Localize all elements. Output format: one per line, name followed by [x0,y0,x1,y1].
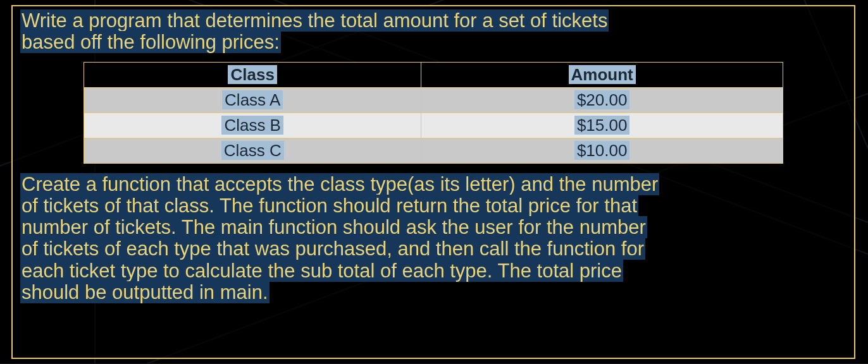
body-line: of tickets of each type that was purchas… [20,238,645,260]
problem-box: Write a program that determines the tota… [11,5,855,359]
body-line: each ticket type to calculate the sub to… [20,260,623,282]
intro-line1: Write a program that determines the tota… [20,9,609,32]
body-line: number of tickets. The main function sho… [20,216,647,238]
cell-class: Class B [221,116,283,135]
table-row: Class C $10.00 [84,138,783,164]
price-table: Class Amount Class A $20.00 Class B $15.… [84,62,783,164]
table-row: Class Amount [84,63,783,88]
table-row: Class A $20.00 [84,88,783,113]
table-row: Class B $15.00 [84,113,783,138]
cell-amount: $20.00 [574,90,630,109]
intro-line2: based off the following prices: [20,31,281,53]
header-amount: Amount [569,65,636,84]
intro-text: Write a program that determines the tota… [20,10,846,53]
body-line: Create a function that accepts the class… [20,173,659,195]
cell-amount: $10.00 [574,141,630,160]
price-table-wrap: Class Amount Class A $20.00 Class B $15.… [20,62,846,170]
body-line: of tickets of that class. The function s… [20,195,638,217]
body-line: should be outputted in main. [20,281,270,303]
cell-class: Class C [221,141,284,160]
body-text: Create a function that accepts the class… [20,174,846,303]
cell-amount: $15.00 [574,116,630,135]
cell-class: Class A [222,90,283,109]
header-class: Class [228,65,276,84]
